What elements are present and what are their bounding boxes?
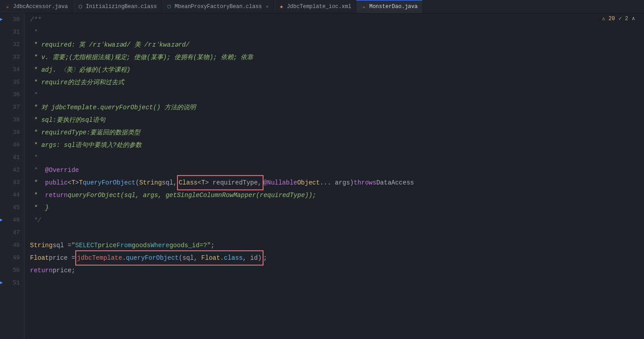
bookmark-icon2: ▶ [0,214,3,227]
line-47: 47 [0,227,20,239]
tab-label: InitializingBean.class [86,4,156,10]
code-line-49: Float price = jdbcTemplate.queryForObjec… [30,252,644,264]
code-line-50: return price; [30,264,644,277]
line-35: 35 [0,76,20,89]
tab-jdbctemplate[interactable]: ◆ JdbcTemplate_ioc.xml [274,0,356,13]
line-numbers: ▶30 31 32 33 34 35 36 37 38 39 40 41 42 … [0,13,25,339]
line-39: 39 [0,126,20,139]
code-line-36: * [30,89,644,101]
line-37: 37 [0,101,20,114]
code-line-35: * require的过去分词和过去式 [30,76,644,89]
tab-close-icon[interactable]: ✕ [266,4,269,9]
bookmark-icon: ▶ [0,13,3,26]
tab-bar: ☕ JdbcAccessor.java ⬡ InitializingBean.c… [0,0,644,13]
editor-area: ⚠ 20 ✓ 2 ∧ ▶30 31 32 33 34 35 36 37 38 3… [0,13,644,339]
code-line-31: * [30,26,644,39]
tab-monsterdao[interactable]: ☕ MonsterDao.java [356,0,423,13]
tab-label: MbeanProxyFactoryBean.class [175,4,262,10]
line-41: 41 [0,151,20,164]
code-line-37: * 对 jdbcTemplate.queryForObject() 方法的说明 [30,101,644,114]
code-line-34: * adj. 〈美〉必修的(大学课程) [30,64,644,76]
code-line-46: */ [30,214,644,227]
line-48: 48 [0,239,20,252]
code-line-47 [30,227,644,239]
tab-label: JdbcAccessor.java [13,4,68,10]
code-line-41: * [30,151,644,164]
java-icon: ☕ [4,4,11,10]
code-line-43: * public <T> T queryForObject(String sql… [30,176,644,189]
line-45: 45 [0,202,20,214]
code-line-39: * requiredType:要返回的数据类型 [30,126,644,139]
line-50: 50 [0,264,20,277]
class-icon: ⬡ [77,4,83,10]
tab-mbeanproxy[interactable]: ⬡ MbeanProxyFactoryBean.class ✕ [162,0,274,13]
class-icon2: ⬡ [166,4,173,10]
line-33: 33 [0,51,20,64]
code-line-48: String sql = "SELECT price From goods Wh… [30,239,644,252]
highlight-box-2: jdbcTemplate.queryForObject(sql, Float.c… [75,250,264,266]
line-44: 44 [0,189,20,202]
highlight-box-1: Class<T> requiredType, [177,175,264,190]
code-line-45: * } [30,202,644,214]
line-34: 34 [0,64,20,76]
code-line-51 [30,277,644,289]
line-30: ▶30 [0,13,20,26]
code-line-42: * @Override [30,164,644,176]
code-line-40: * args: sql语句中要填入?处的参数 [30,139,644,151]
code-line-44: * return queryForObject(sql, args, getSi… [30,189,644,202]
code-line-30: /** [30,13,644,26]
code-line-33: * v. 需要;(尤指根据法规)规定; 使做(某事); 使拥有(某物); 依赖;… [30,51,644,64]
line-40: 40 [0,139,20,151]
code-line-38: * sql:要执行的sql语句 [30,114,644,126]
code-content: /** * * required: 英 /rɪˈkwaɪəd/ 美 /rɪˈkw… [25,13,644,339]
tab-label: MonsterDao.java [369,4,418,10]
xml-icon: ◆ [278,4,285,10]
tab-initializingbean[interactable]: ⬡ InitializingBean.class [73,0,161,13]
java-icon2: ☕ [361,4,367,10]
line-42: 42 [0,164,20,176]
line-43: 43 [0,176,20,189]
code-line-32: * required: 英 /rɪˈkwaɪəd/ 美 /rɪˈkwaɪərd/ [30,39,644,51]
line-31: 31 [0,26,20,39]
line-46: ▶46 [0,214,20,227]
tab-label: JdbcTemplate_ioc.xml [287,4,351,10]
line-51: ▶51 [0,277,20,289]
line-38: 38 [0,114,20,126]
line-36: 36 [0,89,20,101]
line-49: 49 [0,252,20,264]
line-32: 32 [0,39,20,51]
bookmark-icon3: ▶ [0,277,3,289]
tab-jdbcaccessor[interactable]: ☕ JdbcAccessor.java [0,0,73,13]
